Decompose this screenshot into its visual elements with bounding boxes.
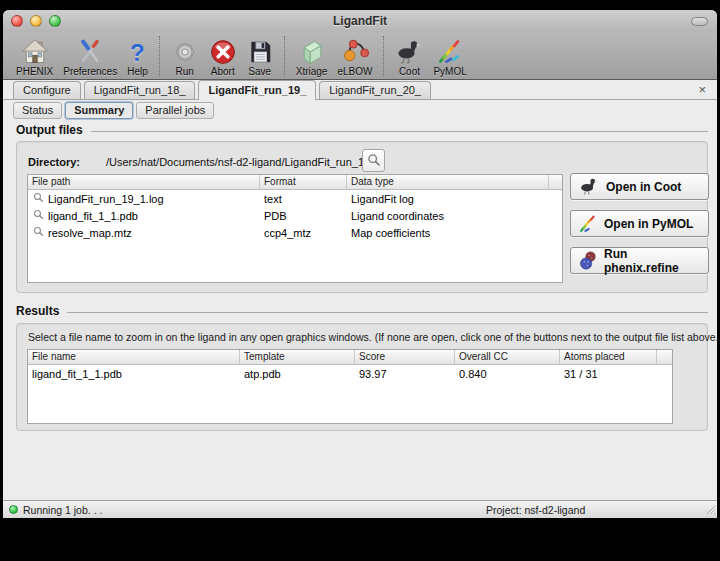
open-in-pymol-button[interactable]: Open in PyMOL (570, 210, 709, 237)
format-cell: text (260, 193, 347, 205)
data-type-cell: Map coefficients (347, 227, 549, 239)
table-row[interactable]: LigandFit_run_19_1.log text LigandFit lo… (28, 190, 562, 207)
pymol-sticks-icon (578, 214, 598, 234)
section-title: Output files (16, 123, 83, 137)
toolbar-separator (284, 36, 285, 76)
toolbar-save-button[interactable]: Save (242, 35, 278, 77)
run-tab-bar: Configure LigandFit_run_18_ LigandFit_ru… (3, 80, 717, 100)
open-in-coot-button[interactable]: Open in Coot (570, 173, 709, 200)
phenix-home-icon (21, 35, 49, 66)
results-table: File name Template Score Overall CC Atom… (27, 349, 673, 424)
section-title: Results (16, 304, 59, 318)
toolbar: PHENIX Preferences ? Help (3, 32, 717, 80)
run-gear-icon (171, 35, 199, 66)
tab-ligandfit-run-18[interactable]: LigandFit_run_18_ (84, 81, 196, 99)
status-text: Running 1 job. . . (23, 504, 102, 516)
close-tab-icon[interactable]: × (698, 84, 706, 96)
toolbar-label: Xtriage (296, 66, 328, 77)
table-row[interactable]: ligand_fit_1_1.pdb atp.pdb 93.97 0.840 3… (28, 365, 672, 382)
magnifier-icon (33, 192, 44, 205)
zoom-window-button[interactable] (49, 15, 61, 27)
format-cell: ccp4_mtz (260, 227, 347, 239)
titlebar[interactable]: LigandFit (3, 10, 717, 32)
job-running-status-icon (9, 505, 18, 514)
tab-parallel-jobs[interactable]: Parallel jobs (136, 102, 214, 119)
tab-status[interactable]: Status (13, 102, 62, 119)
results-header: Results (16, 304, 708, 318)
column-header-data-type[interactable]: Data type (347, 175, 549, 189)
magnifier-icon (33, 226, 44, 239)
xtriage-crystal-icon (298, 35, 326, 66)
file-path-cell: resolve_map.mtz (48, 227, 132, 239)
magnifier-icon (367, 153, 381, 169)
toolbar-help-button[interactable]: ? Help (122, 35, 153, 77)
toolbar-label: Help (127, 66, 148, 77)
file-path-cell: LigandFit_run_19_1.log (48, 193, 164, 205)
column-header-format[interactable]: Format (260, 175, 347, 189)
output-files-table: File path Format Data type LigandFit_r (27, 174, 563, 283)
toolbar-coot-button[interactable]: Coot (390, 35, 428, 77)
output-files-box: Directory: /Users/nat/Documents/nsf-d2-l… (16, 141, 708, 293)
directory-path: /Users/nat/Documents/nsf-d2-ligand/Ligan… (106, 156, 376, 168)
summary-panel: Output files Directory: /Users/nat/Docum… (3, 120, 717, 500)
button-label: Run phenix.refine (604, 247, 701, 275)
magnifier-icon (33, 209, 44, 222)
view-tab-bar: Status Summary Parallel jobs (3, 100, 717, 120)
column-header-score[interactable]: Score (355, 350, 455, 364)
toolbar-separator (383, 36, 384, 76)
tab-summary[interactable]: Summary (65, 102, 133, 119)
file-path-cell: ligand_fit_1_1.pdb (48, 210, 138, 222)
atoms-placed-cell: 31 / 31 (560, 368, 657, 380)
overall-cc-cell: 0.840 (455, 368, 560, 380)
column-header-filler (549, 175, 562, 189)
score-cell: 93.97 (355, 368, 455, 380)
tab-configure[interactable]: Configure (13, 81, 81, 99)
toolbar-preferences-button[interactable]: Preferences (58, 35, 122, 77)
directory-row: Directory: /Users/nat/Documents/nsf-d2-l… (28, 151, 688, 173)
table-header-row: File name Template Score Overall CC Atom… (28, 350, 672, 365)
table-row[interactable]: ligand_fit_1_1.pdb PDB Ligand coordinate… (28, 207, 562, 224)
tab-ligandfit-run-19[interactable]: LigandFit_run_19_ (198, 80, 316, 100)
toolbar-pymol-button[interactable]: PyMOL (428, 35, 471, 77)
abort-stop-icon (209, 35, 237, 66)
pymol-sticks-icon (436, 35, 464, 66)
column-header-file-path[interactable]: File path (28, 175, 260, 189)
table-header-row: File path Format Data type (28, 175, 562, 190)
column-header-template[interactable]: Template (240, 350, 355, 364)
status-bar: Running 1 job. . . Project: nsf-d2-ligan… (3, 500, 717, 518)
traffic-lights (11, 15, 61, 27)
project-label: Project: nsf-d2-ligand (486, 504, 585, 516)
toolbar-label: PHENIX (16, 66, 53, 77)
toolbar-abort-button[interactable]: Abort (204, 35, 242, 77)
data-type-cell: Ligand coordinates (347, 210, 549, 222)
toolbar-run-button[interactable]: Run (166, 35, 204, 77)
directory-label: Directory: (28, 156, 80, 168)
template-cell: atp.pdb (240, 368, 355, 380)
data-type-cell: LigandFit log (347, 193, 549, 205)
run-phenix-refine-button[interactable]: Run phenix.refine (570, 247, 709, 274)
button-label: Open in Coot (606, 180, 681, 194)
toolbar-label: PyMOL (433, 66, 466, 77)
toolbar-phenix-button[interactable]: PHENIX (11, 35, 58, 77)
table-row[interactable]: resolve_map.mtz ccp4_mtz Map coefficient… (28, 224, 562, 241)
toolbar-label: Abort (211, 66, 235, 77)
tab-ligandfit-run-20[interactable]: LigandFit_run_20_ (319, 81, 431, 99)
toolbar-elbow-button[interactable]: eLBOW (332, 35, 377, 77)
resize-grip[interactable] (704, 503, 716, 517)
minimize-window-button[interactable] (30, 15, 42, 27)
preferences-tools-icon (76, 35, 104, 66)
toolbar-label: Preferences (63, 66, 117, 77)
column-header-file-name[interactable]: File name (28, 350, 240, 364)
column-header-atoms-placed[interactable]: Atoms placed (560, 350, 657, 364)
results-box: Select a file name to zoom in on the lig… (16, 323, 708, 431)
toolbar-label: eLBOW (337, 66, 372, 77)
column-header-filler (657, 350, 672, 364)
column-header-overall-cc[interactable]: Overall CC (455, 350, 560, 364)
ligandfit-window: LigandFit PHENIX (3, 10, 717, 518)
results-hint-text: Select a file name to zoom in on the lig… (28, 331, 717, 343)
toolbar-xtriage-button[interactable]: Xtriage (291, 35, 333, 77)
close-window-button[interactable] (11, 15, 23, 27)
button-label: Open in PyMOL (604, 217, 693, 231)
toolbar-toggle-button[interactable] (691, 17, 708, 26)
browse-directory-button[interactable] (362, 149, 385, 172)
